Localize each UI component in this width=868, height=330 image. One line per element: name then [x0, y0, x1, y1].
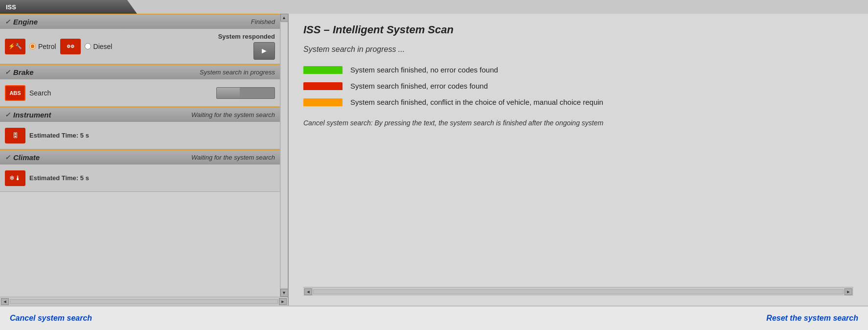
engine-header: ✓ Engine Finished: [0, 14, 280, 29]
legend-bar-orange: [303, 98, 343, 106]
reset-system-search-link[interactable]: Reset the system search: [766, 314, 858, 323]
forward-button[interactable]: ►: [253, 42, 275, 60]
right-scroll-left-arrow[interactable]: ◄: [304, 288, 312, 295]
scroll-up-arrow[interactable]: ▲: [280, 14, 288, 22]
instrument-estimated-time: Estimated Time: 5 s: [29, 132, 89, 139]
left-vertical-scrollbar[interactable]: ▲ ▼: [280, 14, 288, 297]
scroll-left-arrow[interactable]: ◄: [1, 298, 9, 305]
engine-name: Engine: [13, 18, 38, 26]
legend-bar-red: [303, 82, 343, 90]
diesel-radio[interactable]: [85, 43, 91, 49]
legend-bar-green: [303, 66, 343, 74]
left-panel: ✓ Engine Finished ⚡🔧: [0, 14, 289, 306]
engine-system-item: ✓ Engine Finished ⚡🔧: [0, 14, 280, 64]
legend-item-green: System search finished, no error codes f…: [303, 66, 853, 74]
right-panel: ISS – Intelligent System Scan System sea…: [289, 14, 868, 306]
legend-items: System search finished, no error codes f…: [303, 66, 853, 106]
legend-item-red: System search finished, error codes foun…: [303, 82, 853, 90]
climate-system-item: ✓ Climate Waiting for the system search …: [0, 149, 280, 192]
app-title: ISS: [6, 3, 16, 11]
horiz-scroll-track[interactable]: [10, 299, 278, 304]
engine-diesel-icon: ⚙⚙: [60, 39, 81, 54]
scroll-down-arrow[interactable]: ▼: [280, 289, 288, 297]
brake-check: ✓: [5, 69, 10, 76]
svg-text:⚡🔧: ⚡🔧: [8, 43, 22, 49]
engine-check: ✓: [5, 18, 10, 25]
right-scroll-right-arrow[interactable]: ►: [845, 288, 852, 295]
right-horizontal-scrollbar[interactable]: ◄ ►: [303, 287, 853, 296]
abs-icon: ABS: [5, 85, 25, 101]
brake-body: ABS Search: [0, 79, 280, 106]
instrument-check: ✓: [5, 111, 10, 118]
engine-status: Finished: [251, 18, 275, 25]
engine-body: ⚡🔧 Petrol ⚙⚙: [0, 29, 280, 64]
legend-text-red: System search finished, error codes foun…: [350, 82, 488, 90]
svg-text:❄🌡: ❄🌡: [9, 174, 21, 182]
iss-title: ISS – Intelligent System Scan: [303, 24, 853, 36]
petrol-radio-group[interactable]: Petrol: [29, 43, 56, 50]
brake-name: Brake: [13, 68, 34, 76]
brake-system-item: ✓ Brake System search in progress ABS Se…: [0, 64, 280, 107]
legend-text-green: System search finished, no error codes f…: [350, 66, 498, 74]
brake-header: ✓ Brake System search in progress: [0, 64, 280, 79]
system-responded-text: System responded: [218, 33, 275, 40]
legend-text-orange: System search finished, conflict in the …: [350, 98, 603, 106]
svg-text:🎛: 🎛: [12, 132, 19, 139]
climate-check: ✓: [5, 154, 10, 161]
engine-petrol-icon: ⚡🔧: [5, 39, 25, 54]
brake-status: System search in progress: [200, 69, 275, 76]
climate-estimated-time: Estimated Time: 5 s: [29, 174, 89, 182]
instrument-name: Instrument: [13, 111, 51, 119]
right-horiz-scroll-track[interactable]: [313, 289, 844, 294]
instrument-status: Waiting for the system search: [191, 111, 275, 118]
climate-icon: ❄🌡: [5, 170, 25, 186]
bottom-bar: Cancel system search Reset the system se…: [0, 306, 868, 330]
instrument-body: 🎛 Estimated Time: 5 s: [0, 122, 280, 149]
legend-item-orange: System search finished, conflict in the …: [303, 98, 853, 106]
left-horizontal-scrollbar[interactable]: ◄ ►: [0, 297, 288, 306]
instrument-header: ✓ Instrument Waiting for the system sear…: [0, 107, 280, 122]
scroll-track[interactable]: [281, 23, 288, 288]
brake-search-label: Search: [29, 89, 51, 97]
title-bar: ISS: [0, 0, 147, 14]
brake-progress-bar: [216, 87, 275, 99]
climate-header: ✓ Climate Waiting for the system search: [0, 149, 280, 165]
climate-name: Climate: [13, 153, 40, 162]
search-progress-text: System search in progress ...: [303, 45, 853, 54]
climate-status: Waiting for the system search: [191, 154, 275, 161]
climate-body: ❄🌡 Estimated Time: 5 s: [0, 165, 280, 191]
petrol-radio[interactable]: [29, 43, 36, 49]
cancel-system-search-link[interactable]: Cancel system search: [10, 314, 92, 323]
diesel-radio-group[interactable]: Diesel: [85, 43, 113, 50]
cancel-description: Cancel system search: By pressing the te…: [303, 118, 853, 128]
svg-text:⚙⚙: ⚙⚙: [67, 44, 74, 49]
diesel-label: Diesel: [93, 43, 113, 50]
instrument-system-item: ✓ Instrument Waiting for the system sear…: [0, 107, 280, 149]
instrument-icon: 🎛: [5, 128, 25, 143]
petrol-label: Petrol: [38, 43, 56, 50]
scroll-right-arrow[interactable]: ►: [279, 298, 287, 305]
